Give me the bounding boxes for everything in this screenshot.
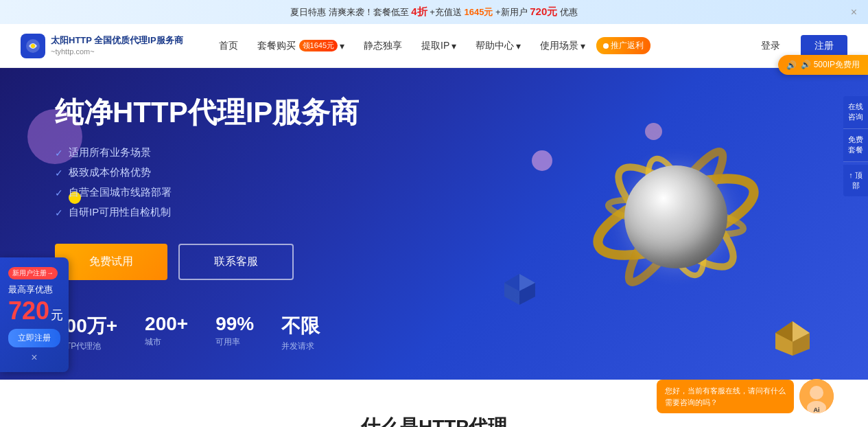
- ai-avatar[interactable]: Ai: [799, 379, 834, 413]
- logo-text: 太阳HTTP 全国优质代理IP服务商 ~tyhttp.com~: [51, 35, 183, 56]
- packages-badge: 领1645元: [299, 40, 338, 51]
- free-package-button[interactable]: 免费 套餐: [843, 129, 868, 162]
- banner-text-prefix: 夏日特惠 清爽来袭！套餐低至: [290, 7, 409, 17]
- side-panel: 在线 咨询 免费 套餐 ↑ 顶部: [843, 96, 868, 196]
- nav-right: 登录 注册: [747, 35, 847, 57]
- hero-content: 纯净HTTP代理IP服务商 ✓ 适用所有业务场景 ✓ 极致成本价格优势 ✓ 自营…: [55, 95, 813, 352]
- chevron-down-icon-2: ▾: [451, 41, 456, 51]
- chevron-down-icon-4: ▾: [580, 41, 585, 51]
- stat-cities: 200+ 城市: [145, 313, 188, 352]
- banner-text-suffix: 优惠: [560, 7, 578, 17]
- logo[interactable]: 太阳HTTP 全国优质代理IP服务商 ~tyhttp.com~: [21, 34, 183, 58]
- popup-unit: 元: [51, 307, 63, 323]
- banner-text-end: +新用户: [495, 7, 528, 17]
- nav-use-case[interactable]: 使用场景 ▾: [532, 36, 594, 56]
- chevron-down-icon: ▾: [340, 41, 344, 51]
- popup-amount: 720: [8, 299, 49, 323]
- feature-3: ✓ 自营全国城市线路部署: [55, 186, 813, 199]
- nav-extract[interactable]: 提取IP ▾: [413, 36, 465, 56]
- nav-static[interactable]: 静态独享: [355, 36, 410, 56]
- contact-button[interactable]: 联系客服: [178, 244, 294, 280]
- check-icon-4: ✓: [55, 207, 63, 218]
- stat-concurrent: 不限 并发请求: [281, 313, 320, 352]
- back-to-top-button[interactable]: ↑ 顶部: [843, 165, 868, 197]
- feature-4: ✓ 自研IP可用性自检机制: [55, 206, 813, 219]
- speaker-icon: 🔊: [786, 60, 797, 70]
- hero-section: 纯净HTTP代理IP服务商 ✓ 适用所有业务场景 ✓ 极致成本价格优势 ✓ 自营…: [0, 68, 868, 380]
- free-ip-button[interactable]: 🔊 🔊 500IP免费用: [778, 55, 868, 75]
- hero-stats: 900万+ HTTP代理池 200+ 城市 99% 可用率 不限 并发请求: [55, 313, 813, 352]
- logo-icon: [21, 34, 45, 58]
- feature-1: ✓ 适用所有业务场景: [55, 146, 813, 159]
- section-title: 什么是HTTP代理: [0, 414, 868, 427]
- banner-discount: 4折: [411, 5, 427, 17]
- banner-close-button[interactable]: ×: [851, 6, 857, 19]
- svg-point-17: [810, 386, 823, 400]
- nav-home[interactable]: 首页: [211, 36, 246, 56]
- popup-label: 最高享优惠: [8, 284, 60, 296]
- check-icon-2: ✓: [55, 168, 63, 178]
- popup-tag: 新用户注册→: [8, 267, 58, 279]
- banner-new-user: 720元: [530, 5, 557, 17]
- nav-promo[interactable]: 推广返利: [596, 37, 650, 54]
- top-banner: 夏日特惠 清爽来袭！套餐低至 4折 +充值送 1645元 +新用户 720元 优…: [0, 0, 868, 24]
- consult-button[interactable]: 在线 咨询: [843, 96, 868, 129]
- banner-bonus: 1645元: [465, 7, 493, 17]
- free-trial-button[interactable]: 免费试用: [55, 244, 167, 280]
- promo-dot-icon: [603, 43, 609, 49]
- hero-features: ✓ 适用所有业务场景 ✓ 极致成本价格优势 ✓ 自营全国城市线路部署 ✓ 自研I…: [55, 146, 813, 219]
- svg-point-1: [31, 44, 35, 48]
- hero-buttons: 免费试用 联系客服: [55, 244, 813, 280]
- popup-close-button[interactable]: ×: [8, 351, 60, 364]
- register-button[interactable]: 注册: [801, 35, 847, 57]
- new-user-popup: 新用户注册→ 最高享优惠 720 元 立即注册 ×: [0, 257, 69, 372]
- popup-register-button[interactable]: 立即注册: [8, 329, 60, 347]
- check-icon-1: ✓: [55, 148, 63, 159]
- chevron-down-icon-3: ▾: [516, 41, 521, 51]
- ai-bubble[interactable]: 您好，当前有客服在线，请问有什么需要咨询的吗？: [657, 380, 794, 413]
- popup-amount-area: 720 元: [8, 299, 60, 323]
- ai-assistant: 您好，当前有客服在线，请问有什么需要咨询的吗？ Ai: [657, 379, 834, 413]
- login-button[interactable]: 登录: [747, 35, 794, 57]
- nav-help[interactable]: 帮助中心 ▾: [467, 36, 529, 56]
- nav-items: 首页 套餐购买 领1645元 ▾ 静态独享 提取IP ▾ 帮助中心 ▾ 使用场景…: [211, 36, 747, 56]
- nav-packages[interactable]: 套餐购买 领1645元 ▾: [249, 36, 353, 56]
- navbar: 太阳HTTP 全国优质代理IP服务商 ~tyhttp.com~ 首页 套餐购买 …: [0, 24, 868, 68]
- feature-2: ✓ 极致成本价格优势: [55, 166, 813, 179]
- svg-text:Ai: Ai: [814, 406, 820, 413]
- check-icon-3: ✓: [55, 187, 63, 198]
- stat-availability: 99% 可用率: [215, 313, 254, 352]
- banner-text-mid: +充值送: [430, 7, 462, 17]
- hero-title: 纯净HTTP代理IP服务商: [55, 95, 813, 130]
